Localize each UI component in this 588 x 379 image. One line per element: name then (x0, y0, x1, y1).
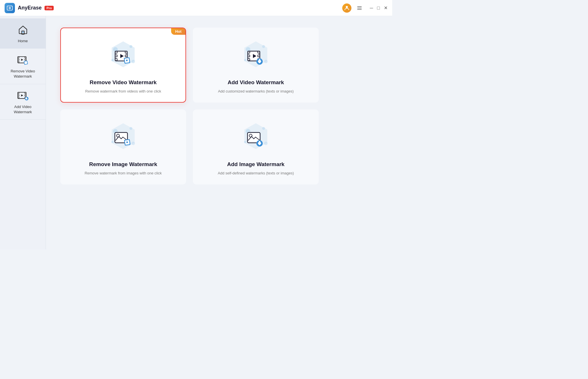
svg-rect-66 (126, 141, 128, 143)
card-desc-add-video: Add customized watermarks (texts or imag… (218, 89, 294, 93)
svg-rect-42 (126, 59, 128, 61)
menu-icon[interactable] (357, 5, 362, 11)
svg-rect-11 (18, 61, 19, 63)
card-remove-video-watermark[interactable]: Hot (60, 28, 186, 103)
sidebar-home-label: Home (18, 39, 28, 44)
main-layout: Home Remove VideoWa (0, 16, 392, 249)
add-video-watermark-icon (17, 89, 29, 102)
card-icon-area-remove-image (105, 120, 142, 158)
window-controls: ─ □ ✕ (370, 6, 388, 10)
maximize-button[interactable]: □ (377, 6, 380, 10)
svg-point-46 (264, 60, 268, 63)
svg-rect-10 (18, 59, 19, 61)
remove-video-watermark-icon (17, 54, 29, 66)
app-logo (5, 3, 15, 13)
svg-rect-17 (24, 61, 27, 64)
app-name: AnyErase (18, 5, 42, 11)
card-desc-add-image: Add self-defined watermarks (texts or im… (218, 171, 294, 175)
svg-marker-25 (21, 94, 23, 96)
card-title-remove-image: Remove Image Watermark (89, 161, 157, 168)
card-icon-area-add-video (237, 39, 274, 76)
card-desc-remove-video: Remove watermark from videos with one cl… (85, 89, 161, 93)
card-grid: Hot (60, 28, 319, 184)
svg-point-47 (244, 59, 246, 61)
svg-rect-23 (25, 95, 26, 96)
user-avatar-icon[interactable] (342, 3, 351, 13)
sidebar-add-video-label: Add VideoWatermark (14, 104, 32, 115)
sidebar-item-remove-video[interactable]: Remove VideoWatermark (0, 49, 46, 84)
card-title-add-image: Add Image Watermark (227, 161, 285, 168)
svg-point-61 (111, 141, 114, 143)
hot-badge: Hot (171, 28, 185, 35)
svg-point-30 (131, 60, 135, 63)
card-add-image-watermark[interactable]: Add Image Watermark Add self-defined wat… (193, 109, 319, 184)
card-remove-image-watermark[interactable]: Remove Image Watermark Remove watermark … (60, 109, 186, 184)
minimize-button[interactable]: ─ (370, 6, 373, 10)
titlebar-left: AnyErase Pro (5, 3, 54, 13)
titlebar-right: ─ □ ✕ (342, 3, 388, 13)
svg-rect-20 (18, 95, 19, 96)
content-area: Hot (46, 16, 392, 249)
svg-point-69 (262, 127, 265, 130)
card-icon-area-remove-video (105, 39, 142, 76)
card-title-remove-video: Remove Video Watermark (90, 79, 156, 86)
sidebar-remove-video-label: Remove VideoWatermark (11, 69, 35, 79)
svg-point-2 (346, 6, 348, 8)
pro-badge: Pro (45, 6, 54, 10)
card-desc-remove-image: Remove watermark from images with one cl… (85, 171, 162, 175)
svg-rect-21 (18, 97, 19, 98)
sidebar: Home Remove VideoWa (0, 16, 46, 249)
sidebar-item-add-video[interactable]: Add VideoWatermark (0, 84, 46, 120)
svg-point-59 (129, 127, 132, 130)
home-icon (17, 24, 29, 36)
close-button[interactable]: ✕ (384, 6, 388, 10)
svg-point-71 (244, 141, 246, 143)
svg-rect-7 (22, 32, 24, 33)
svg-rect-13 (25, 59, 26, 61)
svg-point-29 (129, 45, 132, 48)
svg-point-31 (111, 59, 114, 61)
sidebar-item-home[interactable]: Home (0, 18, 46, 49)
card-icon-area-add-image (237, 120, 274, 158)
card-title-add-video: Add Video Watermark (228, 79, 284, 86)
svg-point-45 (262, 45, 265, 48)
titlebar: AnyErase Pro ─ □ ✕ (0, 0, 392, 16)
card-add-video-watermark[interactable]: Add Video Watermark Add customized water… (193, 28, 319, 103)
svg-marker-15 (21, 59, 23, 61)
